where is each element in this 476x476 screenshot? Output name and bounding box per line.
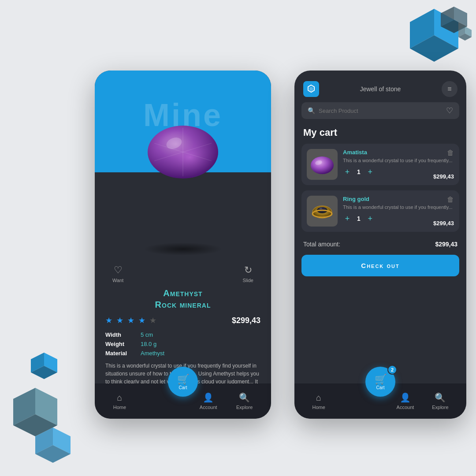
wishlist-icon[interactable]: ♡ bbox=[446, 106, 453, 115]
nav-account-right[interactable]: 👤 Account bbox=[397, 392, 414, 410]
account-label: Account bbox=[200, 405, 217, 410]
delete-amatista[interactable]: 🗑 bbox=[447, 149, 454, 157]
account-icon-right: 👤 bbox=[400, 392, 411, 403]
item-name-amatista: Amatista bbox=[343, 149, 454, 156]
cart-fab-right[interactable]: 🛒 Cart 2 bbox=[365, 367, 395, 397]
item-desc-amatista: This is a wonderful crystal to use if yo… bbox=[343, 157, 454, 164]
search-input[interactable] bbox=[319, 108, 443, 114]
checkout-button[interactable]: Check out bbox=[301, 255, 459, 276]
deco-cubes-tr bbox=[397, 4, 472, 75]
app-title: Jewell of stone bbox=[360, 86, 401, 93]
star-3: ★ bbox=[127, 316, 135, 325]
delete-ringgold[interactable]: 🗑 bbox=[447, 196, 454, 204]
item-price-amatista: $299,43 bbox=[433, 173, 454, 180]
want-label: Want bbox=[112, 278, 123, 283]
right-phone: Jewell of stone ≡ 🔍 ♡ My cart bbox=[294, 71, 466, 419]
spec-material: Material Amethyst bbox=[105, 350, 260, 357]
star-1: ★ bbox=[105, 316, 113, 325]
star-4: ★ bbox=[138, 316, 146, 325]
cart-fab-left[interactable]: 🛒 Cart bbox=[168, 367, 198, 397]
cart-icon-right: 🛒 bbox=[375, 374, 387, 385]
account-icon: 👤 bbox=[203, 392, 214, 403]
product-specs: Width 5 cm Weight 18.0 g Material Amethy… bbox=[95, 331, 271, 357]
cart-icon: 🛒 bbox=[177, 374, 189, 385]
filter-icon: ≡ bbox=[447, 85, 451, 93]
svg-point-26 bbox=[311, 156, 334, 174]
product-title: Amethyst Rock mineral bbox=[95, 287, 271, 310]
cart-item-ringgold: Ring gold This is a wonderful crystal to… bbox=[301, 190, 459, 232]
item-name-ringgold: Ring gold bbox=[343, 196, 454, 202]
cart-items-list: Amatista This is a wonderful crystal to … bbox=[294, 144, 466, 237]
cart-item-amatista: Amatista This is a wonderful crystal to … bbox=[301, 144, 459, 185]
explore-icon-right: 🔍 bbox=[435, 392, 446, 403]
home-label: Home bbox=[113, 405, 126, 410]
left-phone: Mine bbox=[95, 71, 271, 419]
app-logo bbox=[303, 81, 319, 97]
spec-width: Width 5 cm bbox=[105, 331, 260, 338]
width-value: 5 cm bbox=[141, 331, 153, 338]
search-icon: 🔍 bbox=[308, 107, 315, 114]
nav-explore-left[interactable]: 🔍 Explore bbox=[236, 392, 253, 410]
slide-label: Slide bbox=[243, 278, 253, 283]
left-actions: ♡ Want ↻ Slide bbox=[95, 256, 271, 287]
cart-label-right: Cart bbox=[376, 385, 385, 390]
nav-home-right[interactable]: ⌂ Home bbox=[312, 393, 325, 410]
item-image-amatista bbox=[307, 149, 338, 180]
star-5: ★ bbox=[149, 316, 157, 325]
spec-weight: Weight 18.0 g bbox=[105, 341, 260, 347]
item-price-ringgold: $299,43 bbox=[433, 220, 454, 227]
cart-title: My cart bbox=[294, 123, 466, 144]
search-bar[interactable]: 🔍 ♡ bbox=[301, 102, 459, 119]
nav-explore-right[interactable]: 🔍 Explore bbox=[432, 392, 448, 410]
account-label-right: Account bbox=[397, 405, 414, 410]
refresh-icon: ↻ bbox=[244, 264, 252, 276]
home-icon-right: ⌂ bbox=[316, 393, 321, 403]
left-hero: Mine bbox=[95, 71, 271, 256]
total-label: Total amount: bbox=[303, 241, 340, 248]
width-label: Width bbox=[105, 331, 136, 338]
cart-badge: 2 bbox=[387, 365, 397, 375]
qty-decrease-amatista[interactable]: + bbox=[343, 167, 352, 176]
explore-icon: 🔍 bbox=[239, 392, 250, 403]
filter-button[interactable]: ≡ bbox=[442, 81, 457, 97]
right-header: Jewell of stone ≡ bbox=[294, 71, 466, 102]
cart-label-left: Cart bbox=[179, 385, 187, 390]
logo-icon bbox=[306, 84, 316, 94]
total-amount: $299,43 bbox=[435, 241, 457, 248]
rating-price-row: ★ ★ ★ ★ ★ $299,43 bbox=[95, 316, 271, 325]
weight-label: Weight bbox=[105, 341, 136, 347]
qty-value-ringgold: 1 bbox=[357, 215, 361, 222]
deco-cubes-bl bbox=[9, 348, 79, 463]
home-icon: ⌂ bbox=[117, 393, 122, 403]
nav-account-left[interactable]: 👤 Account bbox=[200, 392, 217, 410]
amethyst-gem bbox=[145, 119, 220, 183]
item-image-ringgold bbox=[307, 196, 338, 227]
explore-label: Explore bbox=[236, 405, 253, 410]
qty-increase-ringgold[interactable]: + bbox=[366, 214, 375, 223]
product-price: $299,43 bbox=[232, 316, 260, 325]
weight-value: 18.0 g bbox=[141, 341, 156, 347]
heart-icon: ♡ bbox=[114, 264, 123, 276]
qty-decrease-ringgold[interactable]: + bbox=[343, 214, 352, 223]
item-desc-ringgold: This is a wonderful crystal to use if yo… bbox=[343, 204, 454, 211]
cart-total-row: Total amount: $299,43 bbox=[294, 237, 466, 251]
slide-button[interactable]: ↻ Slide bbox=[243, 264, 253, 283]
product-name-line1: Amethyst bbox=[163, 288, 202, 298]
qty-value-amatista: 1 bbox=[357, 168, 361, 175]
material-label: Material bbox=[105, 350, 136, 357]
qty-increase-amatista[interactable]: + bbox=[366, 167, 375, 176]
star-2: ★ bbox=[116, 316, 124, 325]
want-button[interactable]: ♡ Want bbox=[112, 264, 123, 283]
nav-home-left[interactable]: ⌂ Home bbox=[113, 393, 126, 410]
svg-marker-25 bbox=[309, 87, 313, 91]
star-rating: ★ ★ ★ ★ ★ bbox=[105, 316, 157, 325]
explore-label-right: Explore bbox=[432, 405, 448, 410]
gem-shadow bbox=[143, 242, 223, 256]
product-name-line2: Rock mineral bbox=[155, 300, 211, 309]
ring-gold-img bbox=[309, 198, 335, 224]
amatista-gem-img bbox=[309, 151, 335, 178]
home-label-right: Home bbox=[312, 405, 325, 410]
material-value: Amethyst bbox=[141, 350, 164, 357]
